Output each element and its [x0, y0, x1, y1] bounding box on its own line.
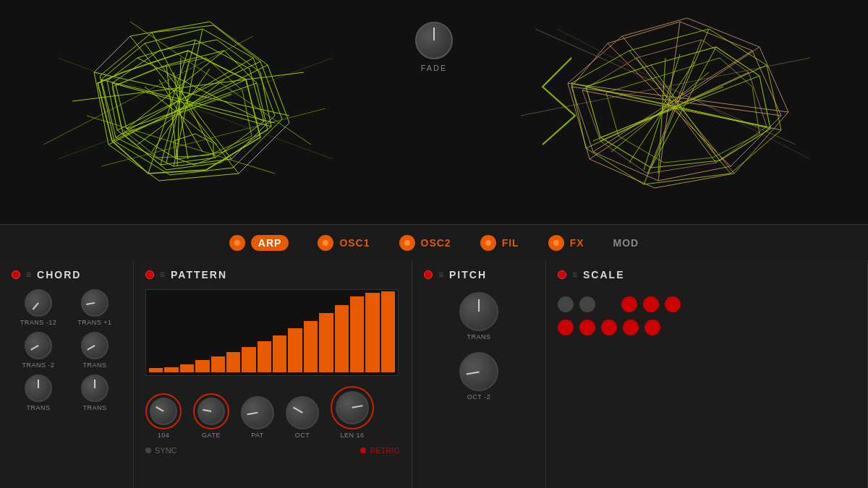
seq-bar-5[interactable]: [226, 352, 240, 372]
pattern-knob-len[interactable]: LEN 16: [331, 386, 374, 439]
pitch-knobs-col: TRANS OCT -2: [424, 292, 534, 401]
seq-bar-13[interactable]: [350, 296, 364, 372]
seq-bar-3[interactable]: [195, 360, 209, 372]
seq-bar-1[interactable]: [164, 367, 178, 372]
pattern-knob-104-label: 104: [158, 432, 170, 439]
fade-knob[interactable]: [415, 22, 453, 59]
sync-indicator[interactable]: SYNC: [145, 446, 177, 455]
seq-bar-14[interactable]: [365, 293, 379, 372]
pattern-knob-104-ring[interactable]: [145, 393, 182, 429]
pitch-knob-oct-dial[interactable]: [459, 352, 498, 391]
svg-line-46: [571, 87, 781, 116]
chord-title: CHORD: [37, 269, 81, 281]
svg-marker-12: [100, 25, 282, 175]
pattern-knobs-row: 104 GATE PAT: [145, 386, 400, 439]
bottom-area: ≡ CHORD TRANS -12 TRANS +1: [0, 260, 868, 488]
nav-dot-fx: [548, 235, 564, 251]
pattern-knob-gate-dial[interactable]: [197, 398, 225, 425]
pattern-knob-oct-label: OCT: [295, 432, 310, 439]
seq-bar-7[interactable]: [258, 341, 271, 372]
seq-bar-9[interactable]: [288, 328, 302, 372]
pattern-knob-gate[interactable]: GATE: [193, 393, 229, 439]
pitch-knob-oct-label: OCT -2: [467, 393, 490, 401]
chord-panel: ≡ CHORD TRANS -12 TRANS +1: [0, 260, 134, 488]
seq-bar-15[interactable]: [381, 291, 395, 372]
pattern-knob-pat[interactable]: PAT: [241, 396, 274, 439]
nav-item-arp[interactable]: ARP: [229, 235, 289, 251]
seq-bar-10[interactable]: [304, 321, 318, 372]
nav-item-fx[interactable]: FX: [548, 235, 584, 251]
chord-knob-trans-b-dial[interactable]: [25, 374, 52, 402]
retrig-label: RETRIG: [370, 446, 400, 455]
nav-item-mod[interactable]: MOD: [613, 237, 639, 249]
pattern-led: [145, 270, 154, 279]
svg-line-8: [109, 65, 268, 145]
chord-knob-trans-2[interactable]: TRANS -2: [22, 332, 54, 369]
pattern-sequencer[interactable]: [145, 289, 399, 376]
chord-knob-trans-1[interactable]: TRANS +1: [77, 289, 111, 326]
retrig-indicator[interactable]: RETRIG: [360, 446, 400, 455]
seq-bar-0[interactable]: [149, 368, 163, 372]
pattern-knob-gate-label: GATE: [202, 432, 221, 439]
svg-line-36: [123, 94, 231, 134]
nav-bar: ARP OSC1 OSC2 FIL FX MOD: [0, 224, 868, 260]
seq-bar-8[interactable]: [273, 335, 286, 372]
pattern-header: ≡ PATTERN: [145, 269, 400, 281]
svg-line-24: [130, 22, 311, 145]
svg-line-34: [152, 69, 210, 152]
pattern-knob-len-ring[interactable]: [331, 386, 374, 429]
pattern-knob-oct[interactable]: OCT: [286, 396, 319, 439]
pattern-knob-gate-ring[interactable]: [193, 393, 229, 429]
chord-knob-trans-a[interactable]: TRANS: [81, 332, 109, 369]
chord-knob-trans-b[interactable]: TRANS: [25, 374, 52, 411]
svg-line-57: [557, 29, 810, 159]
chord-knob-trans-2-dial[interactable]: [25, 332, 52, 359]
scale-dot-1-4[interactable]: [643, 296, 659, 312]
chord-knob-trans-c-dial[interactable]: [81, 374, 109, 402]
nav-label-arp: ARP: [251, 235, 289, 251]
scale-dot-2-5[interactable]: [644, 320, 660, 335]
scale-dot-1-2[interactable]: [579, 296, 595, 312]
scale-dot-1-5[interactable]: [665, 296, 681, 312]
fade-knob-container[interactable]: FADE: [415, 22, 453, 72]
chord-knob-trans-12[interactable]: TRANS -12: [20, 289, 57, 326]
chord-knob-trans-b-label: TRANS: [26, 404, 50, 411]
seq-bar-11[interactable]: [319, 313, 333, 372]
nav-item-osc1[interactable]: OSC1: [318, 235, 370, 251]
viz-area: FADE: [0, 0, 868, 224]
scale-dot-1-3[interactable]: [621, 296, 637, 312]
nav-dot-fil: [480, 235, 496, 251]
pitch-knob-trans[interactable]: TRANS: [459, 292, 498, 341]
chord-knob-trans-a-dial[interactable]: [81, 332, 109, 359]
viz-left: [0, 0, 405, 210]
scale-dot-2-2[interactable]: [579, 320, 595, 335]
chord-led: [12, 270, 20, 279]
nav-label-fx: FX: [570, 237, 584, 249]
pitch-led: [424, 270, 433, 279]
pitch-knob-oct[interactable]: OCT -2: [459, 352, 498, 401]
nav-label-osc1: OSC1: [339, 237, 370, 249]
seq-bar-6[interactable]: [242, 347, 255, 372]
pattern-knob-oct-dial[interactable]: [286, 396, 319, 429]
nav-item-osc2[interactable]: OSC2: [399, 235, 451, 251]
pitch-knob-trans-dial[interactable]: [459, 292, 498, 331]
seq-bar-2[interactable]: [180, 364, 194, 372]
pattern-knob-pat-dial[interactable]: [241, 396, 274, 429]
chord-knob-trans-12-dial[interactable]: [25, 289, 52, 317]
pattern-knob-104[interactable]: 104: [145, 393, 182, 439]
chord-knob-trans-a-label: TRANS: [82, 361, 106, 369]
chord-knob-trans-c[interactable]: TRANS: [81, 374, 109, 411]
pattern-panel: ≡ PATTERN 104: [134, 260, 412, 488]
scale-dot-2-4[interactable]: [623, 320, 639, 335]
seq-bar-12[interactable]: [335, 305, 349, 372]
scale-title: SCALE: [583, 269, 624, 281]
nav-item-fil[interactable]: FIL: [480, 235, 519, 251]
pattern-knob-len-dial[interactable]: [336, 391, 369, 424]
scale-dot-1-1[interactable]: [558, 296, 574, 312]
pitch-title: PITCH: [449, 269, 487, 281]
chord-knob-trans-1-dial[interactable]: [81, 289, 109, 317]
scale-dot-2-3[interactable]: [601, 320, 617, 335]
seq-bar-4[interactable]: [211, 356, 225, 372]
scale-dot-2-1[interactable]: [558, 320, 574, 335]
pattern-knob-104-dial[interactable]: [150, 398, 177, 425]
